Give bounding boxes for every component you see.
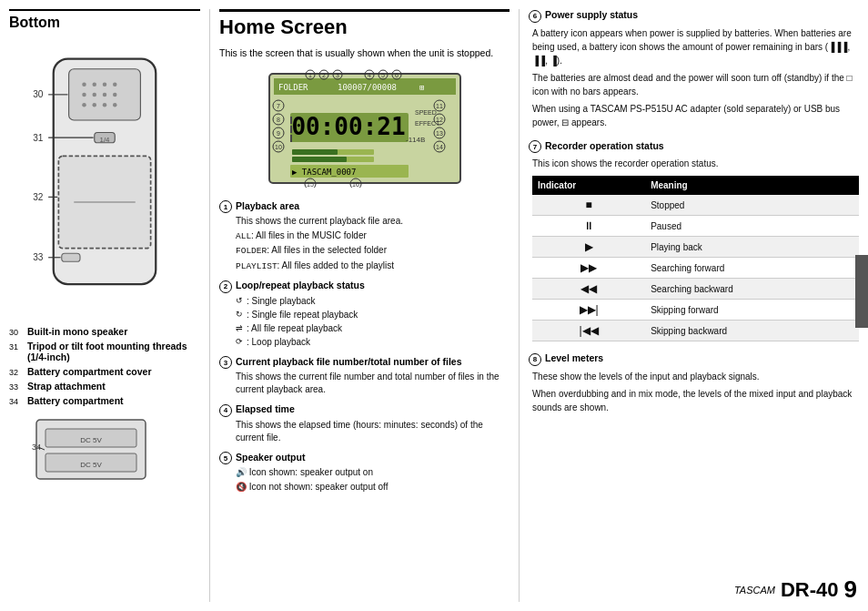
part-number-33: 33	[9, 382, 24, 392]
part-name-31: Tripod or tilt foot mounting threads (1/…	[27, 341, 200, 362]
loop-icon-single: ↺	[236, 295, 243, 307]
indicator-search-bwd: ◀◀	[532, 279, 645, 300]
footer-brand: TASCAM	[734, 585, 775, 596]
table-header-indicator: Indicator	[532, 176, 645, 195]
svg-point-10	[82, 103, 86, 107]
part-item-34: 34 Battery compartment	[9, 395, 200, 406]
indicator-search-fwd: ▶▶	[532, 258, 645, 279]
side-tab	[855, 255, 868, 328]
svg-text:DC 5V: DC 5V	[80, 461, 102, 469]
svg-text:4: 4	[368, 72, 371, 78]
part-number-34: 34	[9, 397, 24, 406]
playback-all: ALL: All files in the MUSIC folder	[236, 229, 510, 242]
part-name-32: Battery compartment cover	[27, 366, 200, 377]
section-elapsed: 4 Elapsed time This shows the elapsed ti…	[219, 403, 510, 444]
section-playback-area: 1 Playback area This shows the current p…	[219, 200, 510, 272]
section-num-2: 2	[219, 280, 232, 293]
part-item-33: 33 Strap attachment	[9, 381, 200, 392]
middle-column: Home Screen This is the screen that is u…	[209, 9, 519, 602]
power-body-1: A battery icon appears when power is sup…	[532, 26, 859, 67]
level-body-1: These show the levels of the input and p…	[532, 370, 859, 383]
part-name-30: Built-in mono speaker	[27, 326, 200, 337]
part-item-30: 30 Built-in mono speaker	[9, 326, 200, 337]
svg-point-7	[93, 93, 97, 97]
svg-text:8: 8	[277, 117, 280, 123]
svg-point-4	[103, 82, 107, 87]
section-num-7: 7	[529, 140, 541, 153]
loop-icon-single-repeat: ↻	[236, 309, 243, 321]
svg-text:100007/00008: 100007/00008	[338, 83, 397, 92]
svg-text:SPEED: SPEED	[415, 109, 437, 116]
parts-list: 30 Built-in mono speaker 31 Tripod or ti…	[9, 326, 200, 406]
svg-rect-61	[290, 126, 292, 133]
svg-text:34: 34	[32, 443, 41, 452]
power-body-2: The batteries are almost dead and the po…	[532, 71, 859, 98]
svg-text:14: 14	[436, 144, 443, 150]
level-body-2: When overdubbing and in mix mode, the le…	[532, 387, 859, 414]
meaning-search-fwd: Searching forward	[645, 258, 859, 279]
svg-text:EFFECT: EFFECT	[415, 120, 440, 127]
footer-model: DR-40	[781, 578, 839, 602]
recorder-intro: This icon shows the recorder operation s…	[532, 157, 859, 170]
part-number-30: 30	[9, 328, 24, 337]
loop-label-2: : Single file repeat playback	[247, 309, 358, 321]
indicator-skip-fwd: ▶▶|	[532, 300, 645, 321]
meaning-search-bwd: Searching backward	[645, 279, 859, 300]
svg-point-13	[113, 103, 117, 107]
svg-text:00:00:21: 00:00:21	[291, 113, 405, 140]
loop-item-4: ⟳ : Loop playback	[236, 336, 510, 349]
playback-folder: FOLDER: All files in the selected folder	[236, 244, 510, 257]
loop-icon-all: ⇌	[236, 322, 243, 334]
section-heading-4: Elapsed time	[236, 403, 295, 414]
part-item-31: 31 Tripod or tilt foot mounting threads …	[9, 341, 200, 362]
meaning-playing: Playing back	[645, 237, 859, 258]
svg-point-9	[113, 93, 117, 97]
section-heading-6: Power supply status	[545, 9, 638, 20]
svg-point-8	[103, 93, 107, 97]
section-body-4: This shows the elapsed time (hours: minu…	[236, 419, 510, 444]
power-body-3: When using a TASCAM PS-P515U AC adapter …	[532, 102, 859, 129]
playback-playlist: PLAYLIST: All files added to the playlis…	[236, 260, 510, 272]
svg-text:11: 11	[436, 103, 443, 109]
svg-text:9: 9	[277, 130, 280, 137]
svg-rect-18	[62, 253, 80, 261]
speaker-off: 🔇 Icon not shown: speaker output off	[236, 481, 510, 494]
svg-text:DC 5V: DC 5V	[80, 436, 102, 444]
svg-text:6: 6	[395, 72, 399, 78]
device-bottom-svg: 1/4 30 31 32 33	[23, 38, 187, 315]
svg-text:16: 16	[352, 181, 359, 188]
svg-text:10: 10	[275, 144, 282, 150]
svg-text:13: 13	[436, 130, 443, 137]
section-num-8: 8	[529, 353, 541, 366]
section-num-1: 1	[219, 200, 232, 213]
part-number-32: 32	[9, 368, 24, 377]
battery-detail-image: DC 5V DC 5V 34	[27, 415, 200, 490]
screen-illustration: FOLDER 100007/00008 ⊞ 7 8 9 10 00:00:21	[219, 69, 510, 189]
section-file-number: 3 Current playback file number/total num…	[219, 356, 510, 397]
indicator-stopped: ■	[532, 195, 645, 216]
part-name-33: Strap attachment	[27, 381, 200, 392]
section-num-4: 4	[219, 404, 232, 417]
svg-point-12	[103, 103, 107, 107]
section-body-3: This shows the current file number and t…	[236, 371, 510, 396]
speaker-on: 🔊 Icon shown: speaker output on	[236, 466, 510, 479]
svg-text:7: 7	[277, 103, 280, 109]
table-row: ▶ Playing back	[532, 237, 859, 258]
part-name-34: Battery compartment	[27, 395, 200, 406]
svg-rect-66	[292, 157, 347, 162]
svg-rect-62	[290, 135, 292, 142]
loop-label-3: : All file repeat playback	[247, 322, 342, 335]
section-body-1: This shows the current playback file are…	[236, 215, 510, 228]
home-screen-title: Home Screen	[219, 9, 510, 39]
svg-text:▶ TASCAM_0007: ▶ TASCAM_0007	[292, 168, 356, 177]
section-heading-7: Recorder operation status	[545, 140, 664, 151]
table-row: ▶▶| Skipping forward	[532, 300, 859, 321]
svg-text:5: 5	[381, 72, 385, 78]
part-number-31: 31	[9, 342, 24, 351]
section-heading-5: Speaker output	[236, 452, 305, 463]
section-heading-8: Level meters	[545, 352, 603, 363]
table-row: |◀◀ Skipping backward	[532, 321, 859, 341]
svg-rect-60	[290, 117, 292, 124]
svg-text:32: 32	[33, 192, 44, 202]
svg-point-3	[93, 82, 97, 87]
